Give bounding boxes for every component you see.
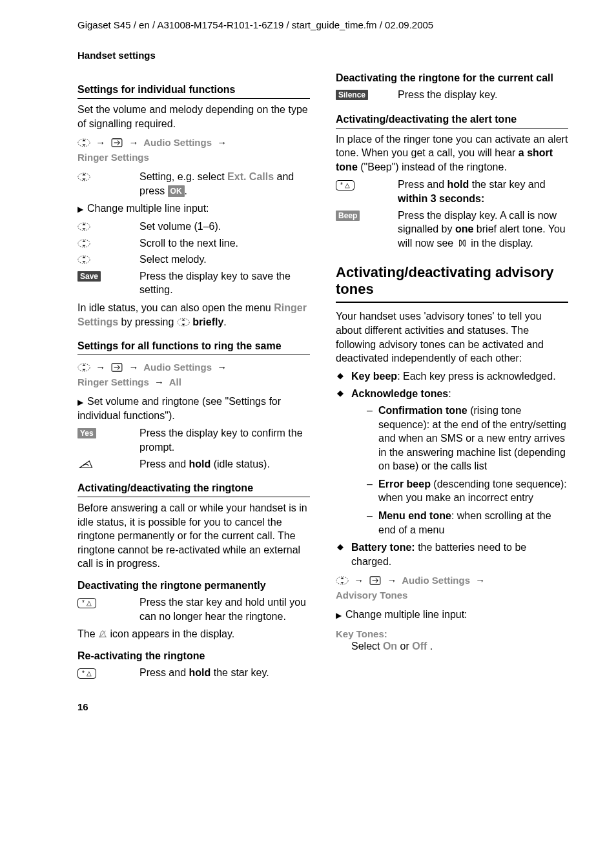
select-on-off: Select On or Off . (351, 641, 568, 652)
right-column: Deactivating the ringtone for the curren… (336, 72, 568, 682)
para-individual: Set the volume and melody depending on t… (77, 103, 310, 130)
star-key-icon: * △ (77, 668, 96, 679)
navkey-icon (77, 138, 90, 147)
step-save: Press the display key to save the settin… (139, 269, 310, 297)
navkey-icon (336, 576, 349, 585)
heading-deact-current: Deactivating the ringtone for the curren… (336, 72, 568, 84)
heading-alert: Activating/deactivating the alert tone (336, 114, 568, 129)
navkey-icon (177, 318, 190, 327)
step-star-alert: Press and hold the star key and within 3… (398, 178, 568, 205)
doc-header: Gigaset S45 / en / A31008-M1754-R101-1-6… (77, 19, 571, 30)
idle-note: In idle status, you can also open the me… (77, 301, 310, 329)
section-label: Handset settings (77, 50, 571, 61)
para-ringtone: Before answering a call or while your ha… (77, 501, 310, 571)
ok-key: OK (168, 185, 185, 197)
heading-ringtone: Activating/deactivating the ringtone (77, 482, 310, 497)
bell-mute-icon (98, 630, 107, 639)
left-column: Settings for individual functions Set th… (77, 72, 310, 682)
star-key-icon: * △ (77, 598, 96, 608)
navkey-icon (77, 255, 90, 264)
step-scroll: Scroll to the next line. (139, 236, 310, 251)
save-key: Save (77, 271, 101, 282)
navkey-icon (77, 222, 90, 231)
step-volume: Set volume (1–6). (139, 220, 310, 234)
step-melody: Select melody. (139, 252, 310, 267)
step-silence: Press the display key. (398, 88, 568, 102)
star-key-icon: * △ (336, 180, 354, 190)
step-hold: Press and hold (idle status). (139, 457, 310, 471)
navkey-icon (77, 363, 90, 372)
heading-individual: Settings for individual functions (77, 84, 310, 99)
menukey-icon (110, 138, 123, 147)
change-line: ▶Change multiple line input: (77, 201, 310, 216)
navkey-icon (77, 172, 90, 181)
step-yes: Press the display key to confirm the pro… (139, 426, 310, 454)
heading-advisory: Activating/deactivating advisory tones (336, 264, 568, 303)
hangup-icon (77, 460, 94, 469)
silence-key: Silence (336, 90, 368, 100)
beep-key: Beep (336, 211, 360, 221)
heading-react: Re-activating the ringtone (77, 650, 310, 662)
key-tones-label: Key Tones: (336, 628, 568, 639)
page-number: 16 (77, 701, 571, 712)
alert-bell-icon (457, 239, 468, 248)
para-alert: In place of the ringer tone you can acti… (336, 132, 568, 174)
menukey-icon (369, 576, 382, 585)
advisory-list: Key beep: Each key press is acknowledged… (336, 369, 568, 569)
step-beep: Press the display key. A call is now sig… (398, 209, 568, 251)
heading-all: Settings for all functions to ring the s… (77, 340, 310, 355)
change-line-2: ▶Change multiple line input: (336, 608, 568, 622)
step-react: Press and hold the star key. (139, 666, 310, 680)
nav-path-2: → → Audio Settings → Ringer Settings → A… (77, 360, 310, 389)
navkey-icon (77, 239, 90, 248)
step-star-hold: Press the star key and hold until you ca… (139, 595, 310, 623)
icon-note: The icon appears in the display. (77, 627, 310, 641)
bullet-all: ▶Set volume and ringtone (see "Settings … (77, 395, 310, 422)
nav-path-1: → → Audio Settings → Ringer Settings (77, 136, 310, 165)
nav-path-3: → → Audio Settings → Advisory Tones (336, 573, 568, 602)
para-advisory: Your handset uses 'advisory tones' to te… (336, 309, 568, 365)
heading-deact-perm: Deactivating the ringtone permanently (77, 580, 310, 592)
menukey-icon (110, 363, 123, 372)
yes-key: Yes (77, 428, 96, 438)
step-setting: Setting, e.g. select Ext. Calls and pres… (139, 170, 310, 198)
